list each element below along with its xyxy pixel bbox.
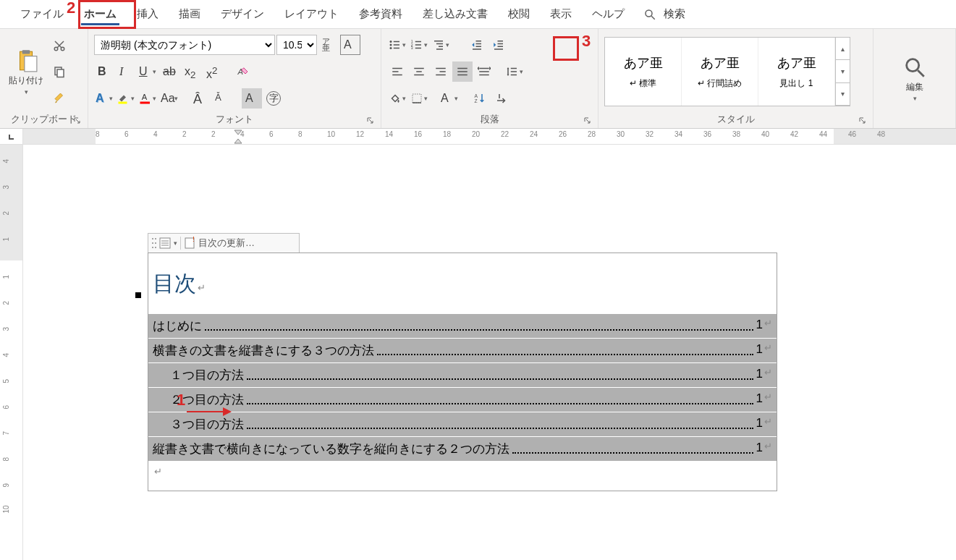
underline-button[interactable]: U▾ [138, 61, 158, 82]
group-editing-label [878, 124, 951, 127]
cut-button[interactable] [49, 35, 69, 56]
sort-button[interactable]: AZ [470, 88, 490, 109]
numbering-button[interactable]: 123▾ [409, 35, 429, 55]
document-canvas[interactable]: ▾ ! 目次の更新… 目次↵ はじめに1↵横書きの文書を縦書きにする３つの方法1… [23, 145, 956, 560]
superscript-button[interactable]: x2 [203, 61, 223, 82]
strikethrough-button[interactable]: ab [159, 61, 179, 82]
phonetic-guide-button[interactable]: ア 亜 [318, 35, 339, 55]
ruler-tick: 1 [2, 275, 10, 279]
multilevel-list-button[interactable]: ▾ [431, 35, 451, 55]
ruler-tick: 2 [2, 301, 10, 305]
ruler-tick: 44 [819, 130, 827, 138]
enclose-char-button[interactable]: 字 [263, 88, 284, 109]
font-name-select[interactable]: 游明朝 (本文のフォント) [94, 35, 275, 55]
asian-icon: A [441, 92, 454, 105]
subscript-button[interactable]: x2 [181, 61, 201, 82]
dialog-launcher-icon[interactable] [583, 116, 592, 125]
toc-entry-page: 1 [756, 318, 763, 334]
toc-entry[interactable]: 縦書き文書で横向きになっている数字を縦向きにする２つの方法1↵ [148, 437, 777, 461]
tab-design[interactable]: デザイン [211, 1, 274, 27]
tab-draw[interactable]: 描画 [169, 1, 211, 27]
tab-view[interactable]: 表示 [540, 1, 582, 27]
toc-entry-page: 1 [756, 342, 763, 359]
tab-help[interactable]: ヘルプ [582, 1, 635, 27]
style-name: ↵ 標準 [630, 77, 656, 90]
tab-file[interactable]: ファイル [10, 1, 74, 27]
decrease-indent-button[interactable] [467, 35, 487, 55]
paste-label: 貼り付け [9, 75, 43, 87]
tab-references[interactable]: 参考資料 [349, 1, 413, 27]
gallery-more[interactable]: ▾ [836, 83, 850, 106]
toc-entry[interactable]: 横書きの文書を縦書きにする３つの方法1↵ [148, 339, 777, 362]
brush-icon [53, 91, 66, 104]
dialog-launcher-icon[interactable] [858, 116, 867, 125]
bullets-button[interactable]: ▾ [387, 35, 407, 55]
increase-indent-button[interactable] [488, 35, 509, 55]
align-center-button[interactable] [409, 61, 429, 82]
shading-icon: A [245, 92, 258, 105]
show-marks-button[interactable] [491, 88, 512, 109]
line-spacing-button[interactable]: ▾ [504, 61, 525, 82]
style-heading1[interactable]: あア亜 見出し 1 [758, 38, 835, 106]
highlight-button[interactable]: ▾ [116, 88, 136, 109]
tab-layout[interactable]: レイアウト [274, 1, 349, 27]
vertical-ruler[interactable]: 432112345678910 [0, 145, 23, 560]
grip-icon[interactable] [151, 237, 157, 250]
char-shading-button[interactable]: A [242, 88, 262, 109]
gallery-up[interactable]: ▴ [836, 38, 850, 60]
shrink-font-button[interactable]: Ǎ [211, 88, 232, 109]
ruler-tick: 7 [2, 431, 10, 436]
change-case-button[interactable]: Aa▾ [159, 88, 179, 109]
ruler-tick: 22 [501, 130, 509, 138]
toc-entry[interactable]: ３つ目の方法1↵ [148, 412, 777, 436]
style-normal[interactable]: あア亜 ↵ 標準 [605, 38, 682, 106]
toc-entry[interactable]: ２つ目の方法1↵ [148, 388, 777, 412]
search-box[interactable]: 検索 [635, 7, 694, 21]
gallery-scroll: ▴ ▾ ▾ [835, 38, 850, 106]
bold-button[interactable]: B [94, 61, 114, 82]
italic-button[interactable]: I [116, 61, 136, 82]
workspace: 432112345678910 ▾ ! 目次の更新… 目次↵ はじめに1↵横書き… [0, 145, 956, 560]
justify-icon [456, 65, 469, 78]
chevron-down-icon: ▾ [913, 95, 917, 102]
font-color-button[interactable]: A▾ [138, 88, 158, 109]
ruler-tick: 28 [588, 130, 596, 138]
shading-button[interactable]: ▾ [387, 88, 407, 109]
toc-entry[interactable]: はじめに1↵ [148, 314, 777, 338]
dialog-launcher-icon[interactable] [73, 116, 82, 125]
update-icon[interactable]: ! [184, 237, 197, 250]
dialog-launcher-icon[interactable] [366, 116, 375, 125]
chevron-down-icon[interactable]: ▾ [174, 239, 177, 247]
annotation-1: 1 [177, 391, 185, 410]
font-size-select[interactable]: 10.5 [276, 35, 317, 55]
tab-selector[interactable] [0, 129, 23, 144]
format-painter-button[interactable] [49, 88, 69, 108]
style-name: 見出し 1 [779, 77, 813, 90]
paste-button[interactable]: 貼り付け ▾ [6, 33, 46, 110]
align-center-icon [413, 65, 426, 78]
toc-field[interactable]: 目次↵ はじめに1↵横書きの文書を縦書きにする３つの方法1↵１つ目の方法1↵２つ… [148, 253, 777, 491]
tab-mailings[interactable]: 差し込み文書 [413, 1, 498, 27]
text-effects-button[interactable]: A▾ [94, 88, 114, 109]
gallery-down[interactable]: ▾ [836, 60, 850, 82]
grow-font-button[interactable]: Â [190, 88, 210, 109]
horizontal-ruler[interactable]: 8642246810121416182022242628303234363840… [0, 129, 956, 145]
character-border-button[interactable]: A [340, 35, 360, 55]
toc-options-icon[interactable] [158, 237, 172, 250]
copy-button[interactable] [49, 61, 69, 82]
distribute-button[interactable] [474, 61, 494, 82]
update-toc-label[interactable]: 目次の更新… [198, 237, 255, 250]
indent-marker[interactable] [233, 129, 243, 144]
borders-button[interactable]: ▾ [409, 88, 429, 109]
align-right-button[interactable] [431, 61, 451, 82]
tab-review[interactable]: 校閲 [498, 1, 540, 27]
justify-button[interactable] [452, 61, 473, 82]
toc-entry[interactable]: １つ目の方法1↵ [148, 363, 777, 387]
editing-button[interactable]: 編集 ▾ [900, 33, 930, 123]
align-left-button[interactable] [387, 61, 407, 82]
clear-formatting-button[interactable]: A [233, 61, 253, 82]
group-editing: 編集 ▾ [873, 29, 956, 128]
style-no-spacing[interactable]: あア亜 ↵ 行間詰め [682, 38, 758, 106]
svg-text:A: A [237, 67, 244, 76]
asian-layout-button[interactable]: A▾ [439, 88, 460, 109]
